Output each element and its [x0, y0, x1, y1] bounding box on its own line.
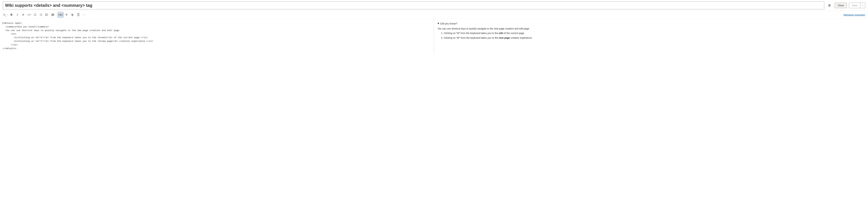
list-item: Clicking on "e" from the keyboard takes …: [444, 31, 865, 35]
editor-line: </ol>: [3, 43, 18, 46]
abc-button[interactable]: ABC: [58, 12, 63, 18]
svg-rect-20: [45, 14, 46, 15]
abc-label: ABC: [58, 13, 63, 16]
bullet-list-icon: [39, 13, 42, 16]
svg-point-16: [40, 15, 40, 16]
editor-line: <summary>Did you know?</summary>: [3, 26, 49, 28]
settings-icon[interactable]: [826, 2, 833, 8]
svg-rect-13: [40, 14, 42, 14]
chevron-down-icon: [7, 14, 8, 15]
bullet-list-button[interactable]: [38, 12, 44, 18]
checklist-button[interactable]: [44, 12, 50, 18]
ordered-list-button[interactable]: 1 2 3: [32, 12, 38, 18]
preview-list: Clicking on "e" from the keyboard takes …: [437, 31, 865, 40]
editor-line: <li>Clicking on <b>"e"</b> from the keyb…: [3, 36, 148, 39]
more-button[interactable]: ···: [82, 12, 87, 18]
preview-pane: Did you know? You can use shortcut keys …: [434, 19, 868, 54]
svg-rect-18: [45, 14, 46, 14]
font-color-button[interactable]: A✎: [3, 12, 8, 18]
svg-rect-17: [40, 15, 42, 16]
editor-line: You can use shortcut keys to quickly nav…: [3, 29, 121, 32]
save-button[interactable]: Save: [849, 3, 860, 8]
editor-line: </details>: [3, 47, 16, 50]
code-button[interactable]: </>: [26, 12, 32, 18]
content-split: <details open> <summary>Did you know?</s…: [0, 19, 868, 54]
bold-button[interactable]: B: [9, 12, 14, 18]
ordered-list-icon: 1 2 3: [34, 13, 36, 16]
svg-point-5: [829, 6, 830, 6]
table-icon: [51, 13, 54, 16]
save-button-group: Save: [849, 3, 865, 8]
link-button[interactable]: [21, 12, 26, 18]
svg-point-14: [40, 14, 40, 15]
save-chevron-button[interactable]: [860, 3, 865, 8]
svg-point-12: [40, 14, 40, 14]
svg-rect-7: [35, 14, 36, 14]
italic-button[interactable]: I: [14, 12, 20, 18]
svg-text:3: 3: [34, 15, 34, 16]
svg-rect-29: [78, 14, 79, 16]
paperclip-icon: [71, 13, 73, 16]
markdown-supported-link[interactable]: Markdown supported.: [843, 13, 865, 16]
editor-line: <ol>: [3, 33, 16, 35]
editor-line: <li>Clicking on <b>"n"</b> from the keyb…: [3, 40, 153, 42]
editor-line: <details open>: [3, 22, 22, 25]
svg-point-3: [829, 4, 830, 5]
header-row: Close Save: [0, 0, 868, 11]
preview-details[interactable]: Did you know? You can use shortcut keys …: [437, 22, 865, 40]
svg-rect-22: [45, 15, 46, 16]
svg-rect-24: [52, 14, 54, 16]
svg-rect-11: [35, 15, 36, 16]
clipboard-icon: [77, 13, 80, 16]
chevron-down-icon: [862, 4, 864, 6]
attachment-button[interactable]: [70, 12, 75, 18]
preview-summary[interactable]: Did you know?: [437, 22, 865, 26]
hash-button[interactable]: #: [64, 12, 69, 18]
svg-point-4: [830, 5, 830, 6]
table-button[interactable]: [50, 12, 56, 18]
preview-intro: You can use shortcut keys to quickly nav…: [437, 27, 530, 30]
preview-body: You can use shortcut keys to quickly nav…: [437, 27, 865, 40]
toolbar-left: A✎ B I </> 1 2 3: [3, 12, 87, 18]
link-icon: [22, 13, 25, 16]
markdown-editor[interactable]: <details open> <summary>Did you know?</s…: [0, 19, 434, 54]
checklist-icon: [45, 13, 48, 16]
close-button[interactable]: Close: [835, 3, 847, 8]
list-item: Clicking on "n" from the keyboard takes …: [444, 36, 865, 40]
page-title-input[interactable]: [3, 1, 824, 9]
toolbar-row: A✎ B I </> 1 2 3: [0, 11, 868, 19]
paste-button[interactable]: [75, 12, 81, 18]
